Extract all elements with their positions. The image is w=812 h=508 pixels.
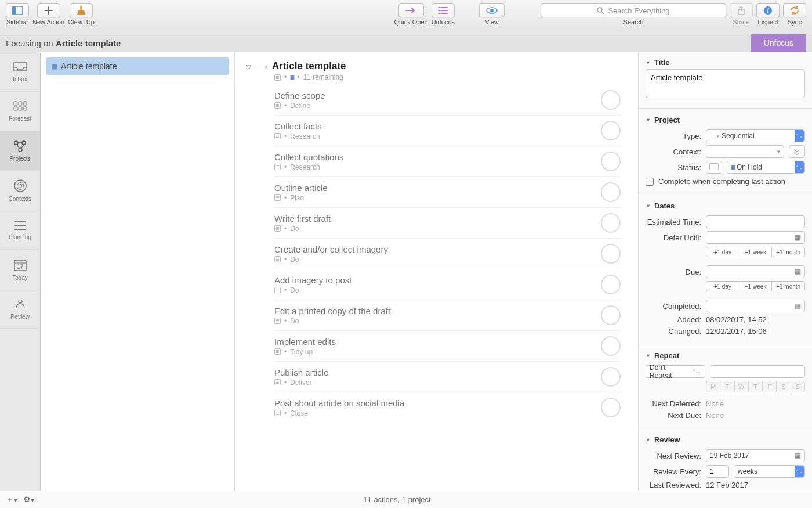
note-icon[interactable] — [274, 410, 281, 416]
next-review-field[interactable]: 19 Feb 2017▦ — [706, 449, 805, 462]
note-icon[interactable] — [274, 133, 281, 139]
view-button[interactable] — [479, 3, 505, 17]
task-row[interactable]: Add imagery to post • Do — [274, 269, 621, 300]
task-row[interactable]: Implement edits • Tidy up — [274, 331, 621, 362]
unfocus-toolbar-button[interactable] — [432, 3, 455, 17]
task-checkbox[interactable] — [601, 182, 621, 202]
task-context: Research — [290, 132, 320, 140]
repeat-day[interactable]: T — [720, 381, 734, 392]
calendar-icon[interactable]: ▦ — [795, 268, 801, 276]
sidetab-inbox[interactable]: Inbox — [0, 52, 40, 92]
add-menu-button[interactable]: ＋▾ — [6, 495, 17, 505]
task-row[interactable]: Post about article on social media • Clo… — [274, 392, 621, 423]
inspector-title-header[interactable]: ▼Title — [646, 56, 805, 69]
complete-when-checkbox[interactable] — [646, 178, 654, 186]
sidetab-forecast[interactable]: Forecast — [0, 92, 40, 131]
review-every-number[interactable] — [706, 465, 729, 478]
task-checkbox[interactable] — [601, 398, 621, 417]
plus-1-month-button[interactable]: +1 month — [771, 281, 805, 291]
repeat-day[interactable]: M — [706, 381, 720, 392]
review-every-unit-select[interactable]: weeks⌃⌄ — [734, 465, 805, 478]
project-title[interactable]: Article template — [272, 60, 346, 72]
task-checkbox[interactable] — [601, 367, 621, 387]
sidetab-contexts[interactable]: @Contexts — [0, 171, 40, 210]
sidebar-toggle-button[interactable] — [6, 3, 29, 17]
note-icon[interactable] — [274, 74, 281, 81]
sidetab-projects[interactable]: Projects — [0, 131, 40, 171]
repeat-day[interactable]: S — [776, 381, 791, 392]
disclosure-triangle-icon[interactable]: ▽ — [246, 63, 251, 71]
task-row[interactable]: Create and/or collect imagery • Do — [274, 239, 621, 269]
task-checkbox[interactable] — [601, 90, 621, 110]
task-row[interactable]: Outline article • Plan — [274, 177, 621, 208]
sidetab-today[interactable]: 17Today — [0, 250, 40, 289]
inspector-project-header[interactable]: ▼Project — [646, 113, 805, 127]
estimated-time-field[interactable] — [706, 215, 805, 228]
repeat-day[interactable]: T — [748, 381, 763, 392]
calendar-icon[interactable]: ▦ — [795, 452, 801, 460]
note-icon[interactable] — [274, 287, 281, 293]
context-combo[interactable]: ▾ — [706, 145, 784, 158]
calendar-icon[interactable]: ▦ — [795, 302, 801, 310]
note-icon[interactable] — [274, 194, 281, 201]
svg-rect-2 — [80, 6, 82, 10]
inspector-repeat-header[interactable]: ▼Repeat — [646, 349, 805, 362]
note-icon[interactable] — [274, 318, 281, 324]
task-checkbox[interactable] — [601, 121, 621, 140]
inspector-dates-header[interactable]: ▼Dates — [646, 199, 805, 212]
plus-1-day-button[interactable]: +1 day — [706, 247, 740, 257]
task-row[interactable]: Define scope • Define — [274, 85, 621, 116]
project-list-item[interactable]: ▮▮ Article template — [46, 57, 229, 75]
search-input[interactable]: Search Everything — [541, 3, 726, 17]
task-checkbox[interactable] — [601, 275, 621, 294]
task-checkbox[interactable] — [601, 244, 621, 264]
task-row[interactable]: Publish article • Deliver — [274, 362, 621, 392]
repeat-day[interactable]: F — [762, 381, 777, 392]
flag-button[interactable] — [706, 161, 722, 174]
note-icon[interactable] — [274, 225, 281, 232]
plus-1-week-button[interactable]: +1 week — [739, 281, 773, 291]
calendar-icon[interactable]: ▦ — [795, 233, 801, 242]
gear-menu-button[interactable]: ⚙▾ — [23, 495, 34, 505]
status-select[interactable]: ▮▮ On Hold ⌃⌄ — [727, 161, 805, 174]
plus-1-week-button[interactable]: +1 week — [739, 247, 773, 257]
task-row[interactable]: Collect facts • Research — [274, 116, 621, 146]
repeat-value-field[interactable] — [710, 365, 805, 378]
task-title: Implement edits — [274, 337, 601, 347]
new-action-button[interactable] — [37, 3, 60, 17]
task-checkbox[interactable] — [601, 305, 621, 325]
plus-1-day-button[interactable]: +1 day — [706, 281, 740, 291]
completed-field[interactable]: ▦ — [706, 300, 805, 312]
sync-button[interactable] — [783, 3, 806, 17]
share-button[interactable] — [730, 3, 753, 17]
sidetab-planning[interactable]: Planning — [0, 210, 40, 250]
type-select[interactable]: ⟶ Sequential ⌃⌄ — [706, 129, 805, 142]
note-icon[interactable] — [274, 348, 281, 355]
repeat-mode-select[interactable]: Don't Repeat⌃⌄ — [646, 365, 705, 378]
note-icon[interactable] — [274, 164, 281, 170]
task-row[interactable]: Edit a printed copy of the draft • Do — [274, 300, 621, 331]
plus-1-month-button[interactable]: +1 month — [771, 247, 805, 257]
task-checkbox[interactable] — [601, 152, 621, 171]
clean-up-button[interactable] — [70, 3, 93, 17]
note-icon[interactable] — [274, 256, 281, 262]
list-icon — [438, 6, 448, 15]
task-row[interactable]: Collect quotations • Research — [274, 146, 621, 177]
note-icon[interactable] — [274, 379, 281, 385]
task-row[interactable]: Write first draft • Do — [274, 208, 621, 239]
repeat-day[interactable]: W — [734, 381, 749, 392]
plus-icon — [44, 6, 53, 15]
task-checkbox[interactable] — [601, 213, 621, 233]
inspector-review-header[interactable]: ▼Review — [646, 433, 805, 446]
due-field[interactable]: ▦ — [706, 265, 805, 278]
defer-until-field[interactable]: ▦ — [706, 231, 805, 244]
inspect-button[interactable]: i — [756, 3, 780, 17]
context-goto-button[interactable]: ◎ — [789, 145, 805, 158]
note-icon[interactable] — [274, 102, 281, 109]
unfocus-button[interactable]: Unfocus — [751, 34, 806, 52]
repeat-day[interactable]: S — [791, 381, 805, 392]
task-checkbox[interactable] — [601, 336, 621, 356]
sidetab-review[interactable]: Review — [0, 289, 40, 329]
title-field[interactable] — [646, 69, 805, 98]
quick-open-button[interactable] — [398, 3, 424, 17]
